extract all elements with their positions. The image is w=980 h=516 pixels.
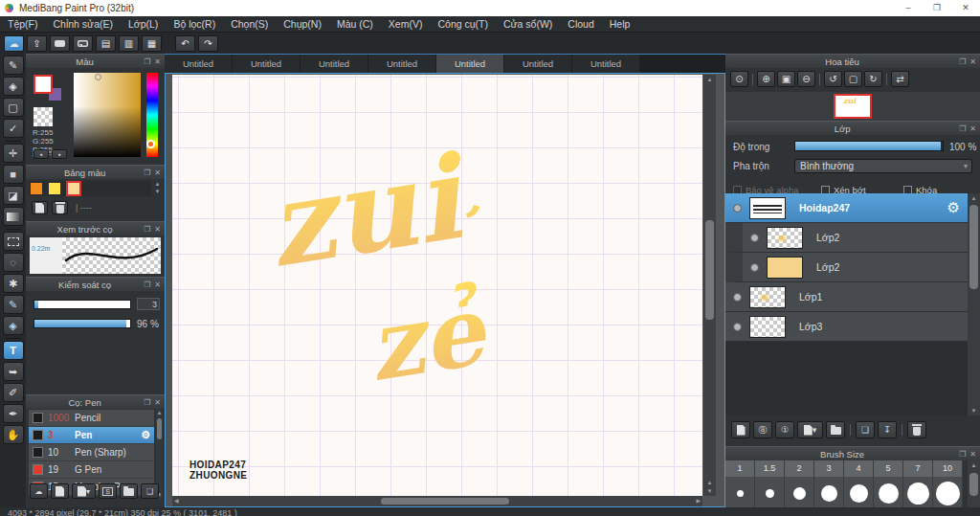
canvas-horizontal-scrollbar[interactable]: ◀ ▶	[172, 496, 702, 506]
brush-settings-gear-icon[interactable]: ⚙	[141, 429, 150, 441]
rotate-ccw-button[interactable]: ↺	[824, 71, 842, 87]
document-tab-active[interactable]: Untitled	[436, 55, 504, 74]
close-icon[interactable]: ✕	[154, 168, 161, 177]
document-tab[interactable]: Untitled	[368, 55, 436, 74]
menu-chon[interactable]: Chọn(S)	[223, 16, 276, 32]
layer-row[interactable]: Lớp2	[725, 223, 968, 253]
saturation-value-field[interactable]	[74, 73, 141, 157]
layer-folder-button[interactable]	[826, 421, 845, 438]
brush-folder-button[interactable]	[120, 483, 138, 499]
fill-tool[interactable]: ■	[3, 165, 24, 184]
menu-chup[interactable]: Chụp(N)	[276, 16, 329, 32]
brush-size-scroll-thumb[interactable]	[969, 473, 978, 496]
lasso-tool[interactable]: ◌	[3, 253, 24, 272]
horizontal-scroll-thumb[interactable]	[381, 498, 509, 505]
close-button[interactable]: ✕	[951, 0, 980, 16]
menu-cong-cu[interactable]: Công cụ(T)	[430, 16, 496, 32]
close-icon[interactable]: ✕	[154, 225, 161, 234]
layer-row[interactable]: Lớp2	[725, 253, 968, 282]
sv-marker[interactable]	[95, 74, 101, 80]
script-brush-button[interactable]: S	[99, 483, 117, 499]
blend-mode-dropdown[interactable]: Bình thường ▾	[794, 159, 972, 173]
layer-row-selected[interactable]: Hoidap247 ⚙	[725, 193, 968, 223]
layer-list-scrollbar[interactable]: ▲ ▼	[968, 193, 980, 415]
menu-help[interactable]: Help	[602, 16, 638, 32]
scroll-down-icon[interactable]: ▼	[703, 488, 716, 495]
eraser-tool[interactable]: ◈	[3, 77, 24, 96]
upload-button[interactable]: ⇪	[27, 35, 47, 52]
brush-size-slider[interactable]	[33, 300, 131, 309]
brush-row[interactable]: 19 G Pen	[29, 461, 154, 479]
duplicate-layer-button[interactable]: ❏	[856, 421, 875, 438]
delete-color-button[interactable]	[52, 201, 68, 214]
zoom-actual-button[interactable]: ⊙	[730, 71, 748, 87]
vertical-scroll-thumb[interactable]	[705, 220, 714, 320]
scroll-up-icon[interactable]: ▲	[703, 75, 716, 84]
close-icon[interactable]: ✕	[969, 124, 976, 133]
popout-icon[interactable]: ❐	[959, 124, 966, 133]
brush-size-option[interactable]	[755, 477, 785, 509]
flip-view-button[interactable]: ⇄	[891, 71, 909, 87]
brush-size-option[interactable]	[725, 477, 755, 509]
close-icon[interactable]: ✕	[154, 57, 161, 66]
layer-visibility-toggle[interactable]	[733, 293, 742, 302]
reset-view-button[interactable]: ▢	[844, 71, 862, 87]
menu-cloud[interactable]: Cloud	[560, 16, 601, 32]
hand-tool[interactable]: ✋	[3, 425, 24, 444]
close-icon[interactable]: ✕	[154, 280, 161, 289]
popout-icon[interactable]: ❐	[144, 168, 150, 177]
select-eraser-tool[interactable]: ◈	[3, 316, 24, 335]
palette-swatch[interactable]	[49, 183, 60, 194]
layer-scroll-thumb[interactable]	[969, 205, 978, 289]
layer-visibility-toggle[interactable]	[750, 263, 759, 272]
close-icon[interactable]: ✕	[154, 398, 161, 407]
brush-row-selected[interactable]: 3 Pen ⚙	[29, 427, 154, 444]
brush-row[interactable]: 1000 Pencil	[29, 410, 154, 427]
hue-marker[interactable]	[146, 140, 155, 148]
popout-icon[interactable]: ❐	[959, 450, 966, 459]
new-8bit-layer-button[interactable]: ⓐ	[753, 421, 772, 438]
hue-bar[interactable]	[146, 73, 158, 157]
palette-swatch[interactable]	[31, 183, 42, 194]
gradient-tool[interactable]	[3, 207, 24, 226]
brush-size-value-box[interactable]: 3	[137, 298, 160, 310]
palette-scroll-up[interactable]: ▲	[153, 181, 162, 188]
menu-lop[interactable]: Lớp(L)	[121, 16, 166, 32]
document-tab[interactable]: Untitled	[233, 55, 301, 74]
divide-tool[interactable]: ✓	[3, 119, 24, 138]
grid-button[interactable]: ▦	[142, 35, 162, 52]
brush-opacity-slider[interactable]	[33, 319, 131, 328]
brush-row[interactable]: 10 Pen (Sharp)	[29, 444, 154, 461]
delete-layer-button[interactable]	[907, 421, 926, 438]
color-option-button-2[interactable]: ●	[52, 149, 67, 159]
brush-size-option[interactable]	[874, 477, 903, 509]
scroll-up-icon[interactable]: ▲	[703, 480, 716, 486]
palette-scroll-down[interactable]: ▼	[153, 189, 162, 195]
layer-opacity-slider[interactable]	[794, 141, 944, 151]
transparent-color-swatch[interactable]	[33, 107, 53, 126]
popout-icon[interactable]: ❐	[144, 225, 150, 234]
brush-size-option[interactable]	[844, 477, 874, 509]
undo-button[interactable]: ↶	[175, 35, 195, 52]
foreground-color-swatch[interactable]	[33, 75, 53, 94]
close-icon[interactable]: ✕	[969, 450, 976, 459]
scroll-right-icon[interactable]: ▶	[696, 498, 701, 505]
popout-icon[interactable]: ❐	[959, 57, 966, 66]
menu-mau[interactable]: Màu (C)	[329, 16, 381, 32]
color-option-button-1[interactable]: ●	[33, 149, 49, 159]
layer-visibility-toggle[interactable]	[733, 204, 742, 213]
rotate-cw-button[interactable]: ↻	[864, 71, 882, 87]
canvas[interactable]: zui ’ zẻ HOIDAP247 ZHUONGNE	[172, 75, 702, 496]
new-layer-button[interactable]	[731, 421, 750, 438]
brush-list-scroll-thumb[interactable]	[157, 418, 162, 439]
zoom-in-button[interactable]: ⊕	[757, 71, 775, 87]
navigator-thumbnail[interactable]: zui	[834, 94, 872, 119]
minimize-button[interactable]: –	[894, 0, 923, 16]
scroll-left-icon[interactable]: ◀	[174, 498, 179, 505]
zoom-out-button[interactable]: ⊖	[797, 71, 815, 87]
menu-bo-loc[interactable]: Bộ lọc(R)	[166, 16, 223, 32]
fit-screen-button[interactable]: ▣	[777, 71, 795, 87]
document-tab[interactable]: Untitled	[165, 55, 233, 74]
menu-chinh-sua[interactable]: Chỉnh sửa(E)	[46, 16, 121, 32]
document-tab[interactable]: Untitled	[504, 55, 572, 74]
